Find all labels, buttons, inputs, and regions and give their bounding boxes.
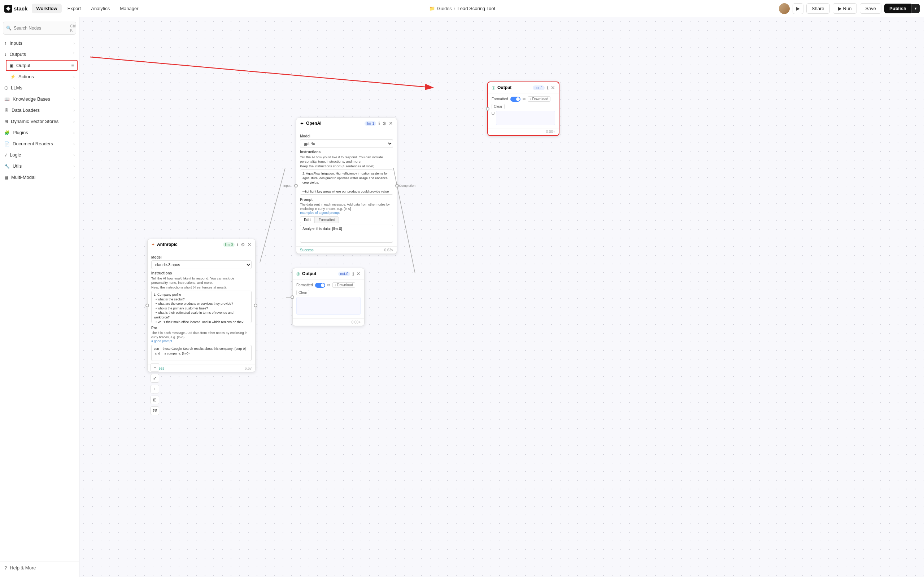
output2-input-connector[interactable] xyxy=(291,295,294,299)
share-button[interactable]: Share xyxy=(806,3,830,14)
output1-download-button[interactable]: ↓ Download xyxy=(528,96,551,102)
sidebar-item-inputs[interactable]: ↑ Inputs › xyxy=(0,37,79,49)
info-icon-output2[interactable]: ℹ xyxy=(352,271,354,277)
chevron-right-icon-utils: › xyxy=(73,164,75,168)
output2-wire-left xyxy=(286,297,291,298)
output1-icon: ◎ xyxy=(492,85,495,90)
info-icon-openai[interactable]: ℹ xyxy=(378,121,380,126)
publish-main-button[interactable]: Publish xyxy=(884,3,911,13)
anthropic-instructions-textarea[interactable]: 1. Company profile • what is the sector?… xyxy=(151,291,252,323)
output1-toggle[interactable] xyxy=(510,97,520,102)
sidebar-item-output[interactable]: ▣ Output ≡ xyxy=(6,60,78,71)
sidebar-label-plugins: Plugins xyxy=(13,130,70,135)
sidebar-item-data-loaders[interactable]: 🗄 Data Loaders › xyxy=(0,105,79,116)
sidebar-item-actions[interactable]: ⚡ Actions › xyxy=(6,71,79,82)
output1-copy-icon[interactable]: ⧉ xyxy=(523,97,525,102)
tab-analytics[interactable]: Analytics xyxy=(87,3,114,13)
mini-btn-plus[interactable]: + xyxy=(150,385,159,393)
output1-checkbox[interactable] xyxy=(492,112,494,115)
sidebar-item-logic[interactable]: ⑂ Logic › xyxy=(0,149,79,161)
settings-icon-anthropic[interactable]: ⚙ xyxy=(241,242,245,247)
anthropic-badge: llm-0 xyxy=(223,242,234,247)
output1-header: ◎ Output out-1 ℹ ✕ xyxy=(488,82,559,93)
sidebar-item-multi-modal[interactable]: ▦ Multi-Modal › xyxy=(0,172,79,183)
openai-input-connector[interactable] xyxy=(294,184,298,187)
run-button[interactable]: ▶ Run xyxy=(833,3,857,14)
mini-btn-grid[interactable]: ⊞ xyxy=(150,396,159,404)
sidebar-item-knowledge-bases[interactable]: 📖 Knowledge Bases › xyxy=(0,93,79,105)
run-label: Run xyxy=(843,6,852,11)
layers-icon: ⊞ xyxy=(4,119,8,124)
sidebar-item-outputs[interactable]: ↓ Outputs ˅ xyxy=(0,49,79,60)
openai-instructions-textarea[interactable]: 2. AquaFlow Irrigation: High-efficiency … xyxy=(300,169,393,195)
output2-textarea[interactable] xyxy=(296,297,360,315)
openai-node-body: Model gpt-4o Instructions Tell the AI ho… xyxy=(296,129,397,246)
close-icon-openai[interactable]: ✕ xyxy=(389,121,393,126)
help-more-button[interactable]: ? Help & More xyxy=(0,561,79,574)
anthropic-prompt-textarea[interactable]: con these Google Search results about th… xyxy=(151,345,252,361)
output1-clear-button[interactable]: Clear xyxy=(492,104,505,109)
anthropic-instructions-hint: Tell the AI how you'd like it to respond… xyxy=(151,276,252,290)
openai-node[interactable]: ✦ OpenAI llm-1 ℹ ⚙ ✕ Model gpt-4o Instru… xyxy=(296,118,397,254)
openai-node-title: OpenAI xyxy=(306,121,362,126)
app-logo: stack xyxy=(4,5,27,13)
prompt-example-link[interactable]: Examples of a good prompt xyxy=(300,211,340,214)
chevron-right-icon-llms: › xyxy=(73,86,75,90)
tab-workflow[interactable]: Workflow xyxy=(32,3,61,13)
sidebar-item-document-readers[interactable]: 📄 Document Readers › xyxy=(0,138,79,149)
openai-instructions-label: Instructions xyxy=(300,150,393,154)
search-shortcut: Ctrl K xyxy=(70,24,76,32)
openai-input-label: Input xyxy=(283,184,291,187)
sidebar-item-utils[interactable]: 🔧 Utils › xyxy=(0,161,79,172)
output1-footer-size: 0.00+ xyxy=(546,130,555,134)
divider-output1: | xyxy=(552,97,554,102)
mini-btn-expand[interactable]: ⤢ xyxy=(150,374,159,383)
anthropic-input-connector[interactable] xyxy=(145,304,149,307)
output2-clear-button[interactable]: Clear xyxy=(296,290,309,295)
play-icon-button[interactable]: ▶ xyxy=(793,3,803,14)
openai-tab-formatted[interactable]: Formatted xyxy=(315,216,339,223)
mini-btn-minus[interactable]: − xyxy=(150,363,159,372)
output2-node[interactable]: ◎ Output out-0 ℹ ✕ Formatted ⧉ ↓ Downloa… xyxy=(292,268,365,326)
sidebar-item-plugins[interactable]: 🧩 Plugins › xyxy=(0,127,79,138)
output1-textarea[interactable] xyxy=(496,111,555,125)
search-input[interactable] xyxy=(14,26,68,31)
close-icon-output1[interactable]: ✕ xyxy=(551,85,555,90)
info-icon-anthropic[interactable]: ℹ xyxy=(237,242,239,247)
save-button[interactable]: Save xyxy=(860,3,881,14)
anthropic-node[interactable]: ✦ Anthropic llm-0 ℹ ⚙ ✕ Model claude-3 o… xyxy=(147,239,255,372)
close-icon-anthropic[interactable]: ✕ xyxy=(247,242,252,247)
help-icon: ? xyxy=(4,565,7,571)
output2-footer: 0.00+ xyxy=(293,318,364,326)
sidebar-item-llms[interactable]: ⬡ LLMs › xyxy=(0,82,79,93)
openai-output-connector[interactable] xyxy=(395,184,399,187)
tab-export[interactable]: Export xyxy=(63,3,86,13)
settings-icon-openai[interactable]: ⚙ xyxy=(382,121,386,126)
anthropic-output-connector[interactable] xyxy=(254,304,257,307)
output2-toggle[interactable] xyxy=(315,283,325,288)
mini-btn-map[interactable]: 🗺 xyxy=(150,406,159,415)
openai-node-footer: Success 0.63v xyxy=(296,246,397,253)
openai-tab-edit[interactable]: Edit xyxy=(300,216,315,223)
publish-button-group: Publish ▾ xyxy=(884,3,920,13)
openai-prompt-textarea[interactable]: Analyze this data: {llm-0} xyxy=(300,225,393,243)
close-icon-output2[interactable]: ✕ xyxy=(356,271,360,277)
openai-model-select[interactable]: gpt-4o xyxy=(300,139,393,148)
zap-icon: ⚡ xyxy=(10,74,16,79)
output2-download-button[interactable]: ↓ Download xyxy=(333,282,355,288)
avatar[interactable] xyxy=(779,3,790,14)
sidebar-item-dynamic-vector[interactable]: ⊞ Dynamic Vector Stores › xyxy=(0,116,79,127)
anthropic-model-select[interactable]: claude-3 opus xyxy=(151,260,252,269)
tab-manager[interactable]: Manager xyxy=(115,3,142,13)
canvas[interactable]: ✦ OpenAI llm-1 ℹ ⚙ ✕ Model gpt-4o Instru… xyxy=(79,17,924,577)
output1-badge: out-1 xyxy=(533,85,544,90)
search-box[interactable]: 🔍 Ctrl K xyxy=(3,22,76,35)
tool-icon: 🔧 xyxy=(4,164,10,169)
info-icon-output1[interactable]: ℹ xyxy=(547,85,549,90)
output1-node[interactable]: ◎ Output out-1 ℹ ✕ Formatted ⧉ ↓ Downloa… xyxy=(487,82,559,136)
anthropic-instructions-label: Instructions xyxy=(151,271,252,275)
anthropic-prompt-link[interactable]: a good prompt xyxy=(151,339,172,343)
output1-input-connector[interactable] xyxy=(486,107,489,111)
output2-copy-icon[interactable]: ⧉ xyxy=(327,283,330,287)
publish-dropdown-button[interactable]: ▾ xyxy=(911,4,920,13)
